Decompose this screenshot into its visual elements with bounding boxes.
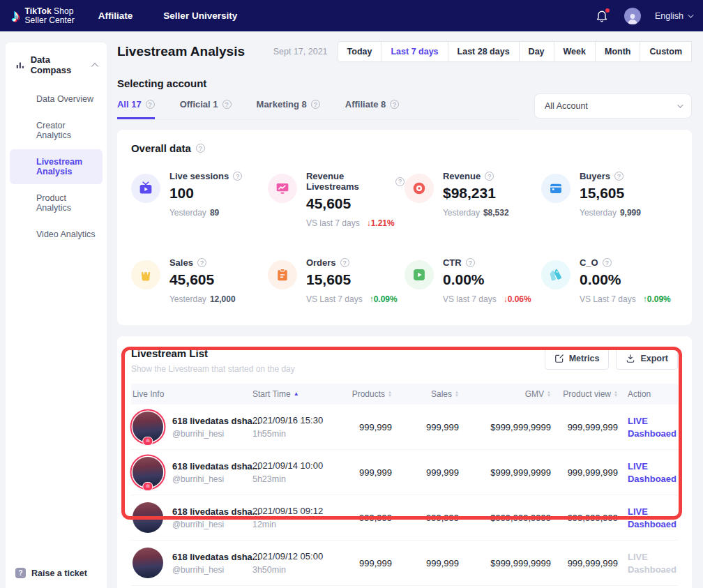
column-gmv[interactable]: GMV▲▼: [459, 389, 551, 399]
column-start-time[interactable]: Start Time▲: [252, 389, 335, 399]
donut-icon: [412, 181, 426, 195]
tiktok-logo[interactable]: ♪ TikTok Shop Seller Center: [11, 7, 75, 25]
export-button[interactable]: Export: [616, 347, 678, 370]
account-tab-label: All 17: [117, 99, 142, 110]
stat-card: Buyers 15,605 Yesterday 9,999: [541, 171, 678, 228]
stat-sub-prefix: VS last 7 days: [306, 218, 360, 228]
livestream-list-card: Livestream List Show the Livestream that…: [117, 336, 692, 588]
nav-link[interactable]: Seller University: [163, 10, 237, 21]
account-tab[interactable]: Affiliate 8: [345, 99, 400, 119]
stat-trend: ↑0.09%: [370, 294, 398, 304]
sidebar-item[interactable]: Video Analytics: [10, 222, 103, 247]
livestream-name: 618 livedatas dsha...: [172, 552, 260, 562]
sales-value: 999,999: [392, 558, 459, 568]
stat-value: 15,605: [306, 271, 398, 288]
column-action: Action: [618, 389, 676, 399]
play-square-icon: [412, 268, 426, 282]
help-icon[interactable]: [395, 177, 405, 186]
person-icon: [626, 12, 640, 24]
stat-label: C_O: [580, 257, 598, 268]
stat-value: 0.00%: [443, 271, 531, 288]
sidebar-item[interactable]: Livestream Analysis: [10, 149, 103, 184]
duration: 5h23min: [252, 474, 335, 484]
overall-data-heading: Overall data: [131, 142, 191, 154]
account-tab[interactable]: Marketing 8: [257, 99, 320, 119]
live-dashboard-link[interactable]: LIVE Dashboaed: [628, 461, 676, 484]
stat-icon: [405, 174, 434, 203]
table-row: 618 livedatas dsha... @burrihi_hesi 2021…: [131, 541, 678, 586]
help-icon[interactable]: [146, 100, 155, 109]
help-icon[interactable]: [233, 172, 242, 181]
live-dashboard-link[interactable]: LIVE Dashboaed: [628, 506, 676, 529]
stat-sub-prefix: Yesterday: [169, 294, 206, 304]
sort-asc-icon: ▲: [294, 391, 299, 397]
stat-sub-prefix: Yesterday: [169, 208, 206, 218]
livestream-avatar: [133, 412, 163, 442]
duration: 1h55min: [252, 429, 335, 439]
stat-value: 100: [169, 185, 242, 202]
help-icon[interactable]: [390, 100, 399, 109]
live-dashboard-link[interactable]: LIVE Dashboaed: [628, 416, 676, 439]
help-icon[interactable]: [340, 258, 349, 267]
stat-sub-value: $8,532: [483, 208, 509, 218]
livestream-handle: @burrihi_hesi: [172, 520, 260, 529]
date-range-button[interactable]: Day: [520, 41, 554, 62]
logo-brand: TikTok: [25, 6, 52, 16]
help-icon[interactable]: [196, 144, 205, 153]
account-tab[interactable]: All 17: [117, 99, 155, 119]
date-controls: Sept 17, 2021 Today Last 7 days Last 28 …: [273, 41, 692, 62]
stat-icon: [541, 260, 570, 289]
nav-link[interactable]: Affiliate: [98, 10, 133, 21]
products-value: 999,999: [335, 467, 392, 478]
help-icon[interactable]: [222, 100, 232, 109]
stat-trend: ↓1.21%: [367, 218, 395, 228]
stat-card: Revenue $98,231 Yesterday $8,532: [405, 171, 541, 228]
date-range-button[interactable]: Today: [338, 41, 382, 62]
sidebar-item[interactable]: Creator Analytics: [10, 113, 103, 148]
chevron-up-icon: [92, 63, 99, 70]
sidebar-section-data-compass[interactable]: Data Compass: [6, 43, 107, 85]
main-content: Livestream Analysis Sept 17, 2021 Today …: [117, 31, 692, 588]
user-avatar[interactable]: [624, 8, 641, 24]
trend-value: 0.09%: [647, 294, 671, 304]
stat-sub-prefix: Yesterday: [580, 208, 617, 218]
sales-value: 999,999: [392, 467, 459, 478]
date-range-button[interactable]: Last 28 days: [448, 41, 520, 62]
stats-grid: Live sessions 100 Yesterday 89: [131, 171, 678, 304]
date-range-button[interactable]: Last 7 days: [381, 41, 448, 62]
account-tab[interactable]: Official 1: [180, 99, 232, 119]
monitor-chart-icon: [275, 181, 289, 195]
column-sales[interactable]: Sales▲▼: [392, 389, 459, 399]
bar-chart-icon: [15, 60, 25, 70]
column-product-view[interactable]: Product view▲▼: [551, 389, 618, 399]
date-range-button[interactable]: Month: [596, 41, 640, 62]
help-icon[interactable]: [603, 258, 612, 267]
stat-icon: [541, 174, 570, 203]
products-value: 999,999: [335, 422, 392, 432]
raise-ticket-button[interactable]: Raise a ticket: [15, 568, 87, 578]
metrics-button[interactable]: Metrics: [545, 347, 610, 370]
help-icon[interactable]: [614, 172, 623, 181]
help-icon[interactable]: [197, 258, 206, 267]
stat-subtext: Yesterday 9,999: [580, 208, 644, 218]
chevron-down-icon: [688, 12, 693, 17]
sidebar-section-label: Data Compass: [31, 54, 89, 75]
stat-trend: ↑0.09%: [643, 294, 671, 304]
date-range-button[interactable]: Week: [554, 41, 596, 62]
sidebar-item[interactable]: Data Overview: [10, 86, 103, 112]
gmv-value: $999,999,9999: [459, 422, 551, 432]
help-icon[interactable]: [311, 100, 320, 109]
trend-value: 0.06%: [508, 294, 531, 304]
date-range-button[interactable]: Custom: [640, 41, 692, 62]
stat-card: Orders 15,605 VS Last 7 days ↑0.09%: [268, 257, 405, 304]
column-products[interactable]: Products▲▼: [335, 389, 392, 399]
help-icon[interactable]: [485, 172, 494, 181]
sidebar-item[interactable]: Product Analytics: [10, 186, 103, 220]
language-selector[interactable]: English: [655, 11, 692, 21]
stat-icon: [405, 260, 434, 289]
edit-icon: [554, 354, 564, 363]
live-dashboard-link[interactable]: LIVE Dashboaed: [628, 552, 676, 575]
notification-bell-icon[interactable]: [595, 8, 610, 24]
account-dropdown[interactable]: All Account: [534, 93, 692, 119]
help-icon[interactable]: [466, 258, 475, 267]
